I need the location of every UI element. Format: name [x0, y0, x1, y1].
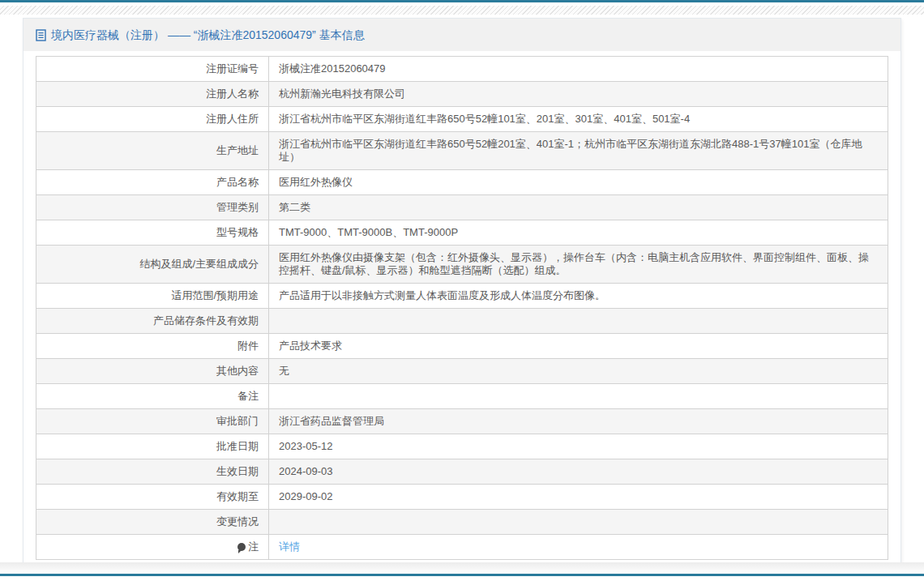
- table-row: 注册人名称杭州新瀚光电科技有限公司: [36, 82, 888, 107]
- row-label: 其他内容: [36, 359, 269, 384]
- row-label: 注: [36, 535, 269, 560]
- row-value: [269, 510, 888, 535]
- row-value: 产品技术要求: [269, 334, 888, 359]
- table-row: 注册证编号浙械注准20152060479: [36, 57, 888, 82]
- row-label: 备注: [36, 384, 269, 409]
- row-label: 审批部门: [36, 409, 269, 434]
- row-label: 管理类别: [36, 195, 269, 220]
- bottom-fade: [0, 562, 924, 574]
- table-row: 附件产品技术要求: [36, 334, 888, 359]
- row-label: 注册证编号: [36, 57, 269, 82]
- table-row: 有效期至2029-09-02: [36, 485, 888, 510]
- top-hatch-band: [0, 6, 924, 15]
- row-value: 杭州新瀚光电科技有限公司: [269, 82, 888, 107]
- row-label: 注册人住所: [36, 107, 269, 132]
- table-row: 审批部门浙江省药品监督管理局: [36, 409, 888, 434]
- table-row: 适用范围/预期用途产品适用于以非接触方式测量人体表面温度及形成人体温度分布图像。: [36, 284, 888, 309]
- row-value: 浙械注准20152060479: [269, 57, 888, 82]
- row-label: 产品储存条件及有效期: [36, 309, 269, 334]
- row-value: 无: [269, 359, 888, 384]
- panel-header: 境内医疗器械（注册） —— “浙械注准20152060479” 基本信息: [24, 19, 900, 51]
- row-label: 型号规格: [36, 220, 269, 246]
- table-row: 其他内容无: [36, 359, 888, 384]
- table-row: 注册人住所浙江省杭州市临平区东湖街道红丰路650号52幢101室、201室、30…: [36, 107, 888, 132]
- row-value: 产品适用于以非接触方式测量人体表面温度及形成人体温度分布图像。: [269, 284, 888, 309]
- table-row: 备注: [36, 384, 888, 409]
- row-value: 2029-09-02: [269, 485, 888, 510]
- balloon-icon: [237, 543, 246, 551]
- row-label: 注册人名称: [36, 82, 269, 107]
- row-label: 结构及组成/主要组成成分: [36, 246, 269, 284]
- row-label: 适用范围/预期用途: [36, 284, 269, 309]
- table-row: 变更情况: [36, 510, 888, 535]
- row-value: 详情: [269, 535, 888, 560]
- row-value: 第二类: [269, 195, 888, 220]
- row-label: 有效期至: [36, 485, 269, 510]
- table-row: 生产地址浙江省杭州市临平区东湖街道红丰路650号52幢201室、401室-1；杭…: [36, 132, 888, 170]
- top-accent-line: [0, 0, 924, 2]
- table-row: 型号规格TMT-9000、TMT-9000B、TMT-9000P: [36, 220, 888, 246]
- details-link[interactable]: 详情: [279, 540, 300, 553]
- row-label: 生产地址: [36, 132, 269, 170]
- row-value: 医用红外热像仪: [269, 170, 888, 195]
- table-row: 生效日期2024-09-03: [36, 459, 888, 485]
- page-footer: [0, 562, 924, 581]
- row-value: 浙江省药品监督管理局: [269, 409, 888, 434]
- row-value: [269, 309, 888, 334]
- registration-info-table: 注册证编号浙械注准20152060479注册人名称杭州新瀚光电科技有限公司注册人…: [36, 56, 888, 560]
- bottom-spacer: [0, 576, 924, 581]
- row-value: 医用红外热像仪由摄像支架（包含：红外摄像头、显示器），操作台车（内含：电脑主机含…: [269, 246, 888, 284]
- table-wrapper: 注册证编号浙械注准20152060479注册人名称杭州新瀚光电科技有限公司注册人…: [24, 51, 900, 570]
- document-icon: [36, 29, 46, 41]
- row-label: 变更情况: [36, 510, 269, 535]
- page-title: 境内医疗器械（注册） —— “浙械注准20152060479” 基本信息: [51, 28, 365, 41]
- table-row: 注详情: [36, 535, 888, 560]
- row-value: TMT-9000、TMT-9000B、TMT-9000P: [269, 220, 888, 246]
- row-label: 附件: [36, 334, 269, 359]
- table-row: 结构及组成/主要组成成分医用红外热像仪由摄像支架（包含：红外摄像头、显示器），操…: [36, 246, 888, 284]
- table-row: 批准日期2023-05-12: [36, 434, 888, 459]
- row-value: 2024-09-03: [269, 459, 888, 485]
- row-label: 生效日期: [36, 459, 269, 485]
- row-value: 浙江省杭州市临平区东湖街道红丰路650号52幢101室、201室、301室、40…: [269, 107, 888, 132]
- row-value: 浙江省杭州市临平区东湖街道红丰路650号52幢201室、401室-1；杭州市临平…: [269, 132, 888, 170]
- row-value: 2023-05-12: [269, 434, 888, 459]
- info-table-body: 注册证编号浙械注准20152060479注册人名称杭州新瀚光电科技有限公司注册人…: [36, 57, 888, 560]
- row-label: 产品名称: [36, 170, 269, 195]
- table-row: 产品名称医用红外热像仪: [36, 170, 888, 195]
- table-row: 管理类别第二类: [36, 195, 888, 220]
- row-value: [269, 384, 888, 409]
- row-label: 批准日期: [36, 434, 269, 459]
- info-panel: 境内医疗器械（注册） —— “浙械注准20152060479” 基本信息 注册证…: [23, 18, 901, 570]
- table-row: 产品储存条件及有效期: [36, 309, 888, 334]
